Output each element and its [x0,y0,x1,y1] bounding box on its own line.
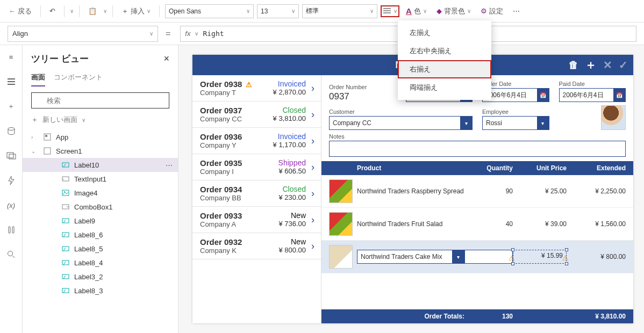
tree-node-control[interactable]: ComboBox1 [23,200,178,214]
tree-view-panel: ツリー ビュー × 画面 コンポーネント ＋ 新しい画面 ∨ › App ⌄ S… [23,45,178,333]
qty-value: 90 [464,187,513,195]
font-color-icon: A [406,6,412,16]
font-weight-select[interactable]: 標準 ∨ [302,4,377,18]
rail-media-icon[interactable] [4,148,19,163]
rail-tests-icon[interactable] [4,222,19,237]
cancel-icon[interactable]: ✕ [603,59,612,71]
qty-value: 40 [464,220,513,228]
add-icon[interactable]: ＋ [585,57,597,73]
order-list-item[interactable]: Order 0936Company YInvoiced¥ 1,170.00› [192,128,321,154]
undo-button[interactable]: ↶ [46,5,59,17]
svg-rect-22 [62,219,69,223]
tree-node-control[interactable]: Image4 [23,186,178,200]
fill-label: 背景色 [444,6,465,16]
back-button[interactable]: ← 戻る [5,4,35,18]
plus-icon: ＋ [121,6,128,16]
employee-avatar [601,105,626,130]
line-row-selected[interactable]: Northwind Traders Cake Mix▾ ⚠ ¥ 15.99 ⚠ … [321,241,633,273]
order-list-item[interactable]: Order 0935Company IShipped¥ 606.50› [192,154,321,180]
svg-line-23 [63,220,66,223]
align-menu-item[interactable]: 両端揃え [398,78,491,97]
text-align-button[interactable]: ∨ [381,5,399,17]
fill-color-button[interactable]: ◆ 背景色 ∨ [433,4,474,18]
warning-icon: ⚠ [246,81,252,89]
svg-line-16 [63,164,66,167]
svg-line-9 [12,256,15,258]
overflow-button[interactable]: ⋯ [510,5,523,17]
order-list-item[interactable]: Order 0937Company CCClosed¥ 3,810.00› [192,102,321,128]
rail-power-icon[interactable] [4,173,19,188]
settings-button[interactable]: ⚙ 設定 [477,4,506,18]
customer-select[interactable]: Company CC▾ [329,116,473,130]
rail-search-icon[interactable] [4,247,19,262]
chevron-right-icon: › [311,83,314,94]
tree-node-control[interactable]: Label10⋯ [23,158,178,172]
close-icon[interactable]: × [163,53,169,64]
tree-label: Label3_2 [74,273,103,281]
paste-chevron[interactable]: ∨ [103,8,107,14]
top-toolbar: ← 戻る ↶ ∨ 📋 ∨ ＋ 挿入 ∨ Open Sans ∨ 13 ∨ 標準 … [0,0,644,23]
line-row[interactable]: Northwind Traders Raspberry Spread90¥ 25… [321,175,633,208]
tab-components[interactable]: コンポーネント [54,69,103,86]
font-size-select[interactable]: 13 ∨ [257,4,299,18]
tree-node-app[interactable]: › App [23,130,178,144]
ext-value: ¥ 2,250.00 [567,187,626,195]
font-family-select[interactable]: Open Sans ∨ [165,4,254,18]
align-menu-item[interactable]: 左揃え [398,24,491,42]
font-color-button[interactable]: A 色 ∨ [403,4,430,18]
unit-value: ¥ 25.00 [513,187,567,195]
property-select[interactable]: Align ∨ [8,26,158,42]
paid-date-input[interactable]: 2006年6月4日📅 [559,88,626,102]
order-list[interactable]: Order 0938 ⚠Company TInvoiced¥ 2,870.00›… [192,75,321,323]
tree-node-control[interactable]: Label8_3 [23,284,178,298]
lbl-employee: Employee [482,108,549,115]
order-list-item[interactable]: Order 0934Company BBClosed¥ 230.00› [192,180,321,207]
order-list-item[interactable]: Order 0933Company ANew¥ 736.00› [192,207,321,233]
rail-data-icon[interactable] [4,124,19,139]
svg-line-29 [63,262,66,265]
tab-screens[interactable]: 画面 [31,69,45,86]
tree-label: App [56,133,68,141]
more-icon[interactable]: ⋯ [166,161,173,169]
svg-line-27 [63,248,66,251]
tree-node-control[interactable]: TextInput1 [23,172,178,186]
tree-node-control[interactable]: Label3_2 [23,270,178,284]
tree-node-screen[interactable]: ⌄ Screen1 [23,144,178,158]
label-icon [61,230,70,239]
tree-label: Label8_6 [74,231,103,239]
rail-hamburger-icon[interactable]: ≡ [4,49,19,64]
order-date-input[interactable]: 2006年6月4日📅 [482,88,549,102]
label-icon [61,272,70,281]
paste-button[interactable]: 📋 [85,5,100,17]
tree-node-control[interactable]: Label8_6 [23,228,178,242]
check-icon[interactable]: ✓ [619,59,628,71]
rail-tree-icon[interactable] [4,74,19,89]
order-list-item[interactable]: Order 0932Company KNew¥ 800.00› [192,233,321,259]
tree-node-control[interactable]: Label9 [23,214,178,228]
svg-rect-13 [45,135,47,137]
rail-plus-icon[interactable]: ＋ [4,99,19,114]
trash-icon[interactable]: 🗑 [569,60,578,71]
product-combobox[interactable]: Northwind Traders Cake Mix▾ [357,250,464,264]
employee-select[interactable]: Rossi▾ [482,116,549,130]
align-dropdown-menu: 左揃え左右中央揃え右揃え両端揃え [398,20,491,100]
align-menu-item[interactable]: 左右中央揃え [398,42,491,60]
chevron-right-icon: › [311,162,314,173]
svg-rect-30 [62,274,69,279]
insert-button[interactable]: ＋ 挿入 ∨ [118,4,154,18]
order-list-item[interactable]: Order 0938 ⚠Company TInvoiced¥ 2,870.00› [192,75,321,102]
bucket-icon: ◆ [437,7,442,15]
tree-node-control[interactable]: Label8_5 [23,242,178,256]
line-row[interactable]: Northwind Traders Fruit Salad40¥ 39.00¥ … [321,208,633,241]
tree-node-control[interactable]: Label8_4 [23,256,178,270]
rail-variables-icon[interactable]: (x) [4,198,19,213]
tree-label: Label9 [74,217,95,225]
new-screen-button[interactable]: ＋ 新しい画面 ∨ [23,112,178,128]
svg-line-25 [63,234,66,237]
qty-input[interactable] [464,250,513,264]
undo-chevron[interactable]: ∨ [70,8,74,14]
align-menu-item[interactable]: 右揃え [398,60,491,78]
notes-input[interactable] [329,141,626,157]
chevron-right-icon: › [311,241,314,252]
tree-search-input[interactable] [31,92,169,108]
